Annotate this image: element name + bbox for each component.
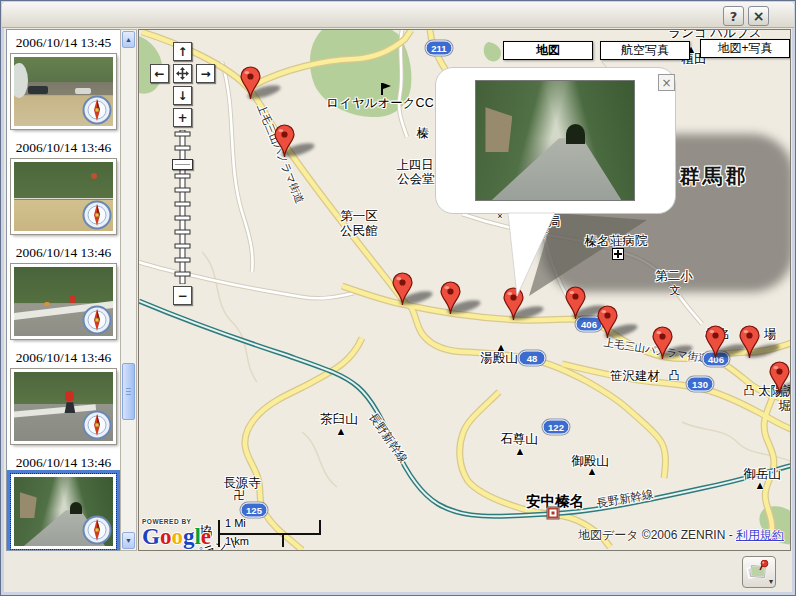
factory-icon: 凸 bbox=[744, 385, 755, 396]
photo-timestamp: 2006/10/14 13:45 bbox=[7, 35, 120, 51]
photo-shape bbox=[485, 107, 512, 152]
pan-center-button[interactable] bbox=[173, 64, 192, 83]
map-label: 安中榛名 bbox=[526, 492, 584, 511]
marker-pin-icon bbox=[652, 326, 673, 360]
map-label: 上四日 bbox=[396, 157, 434, 174]
map-label: 御岳山 bbox=[743, 466, 781, 483]
photo-list-item[interactable]: 2006/10/14 13:46 bbox=[7, 350, 120, 444]
compass-icon bbox=[82, 95, 112, 125]
photo-shape bbox=[64, 402, 75, 413]
photo-marker[interactable] bbox=[392, 272, 413, 306]
sidebar-scrollbar[interactable]: ▲ ▼ bbox=[120, 29, 137, 551]
map-label: ロイヤルオークCC bbox=[326, 95, 433, 112]
marker-pin-icon bbox=[503, 287, 524, 321]
photo-thumbnail[interactable] bbox=[11, 264, 116, 339]
copyright-text: 地図データ ©2006 ZENRIN - bbox=[578, 528, 736, 542]
route-badge: 211 bbox=[426, 41, 453, 56]
map-label: 榛 bbox=[417, 125, 430, 142]
google-logo-letter: g bbox=[183, 524, 195, 549]
station-dot-icon bbox=[548, 508, 559, 519]
help-button[interactable]: ? bbox=[723, 6, 744, 26]
map-canvas[interactable]: ランコ ハルプス植田ロイヤルオークCC榛上四日公会堂第一区公民館室田局榛名荘病院… bbox=[138, 29, 791, 551]
photo-list-item[interactable]: 2006/10/14 13:46 bbox=[7, 245, 120, 339]
photo-marker[interactable] bbox=[440, 281, 461, 315]
titlebar[interactable]: ? × bbox=[2, 2, 794, 28]
marker-pin-icon bbox=[240, 66, 261, 100]
pan-up-button[interactable]: ↑ bbox=[173, 42, 192, 61]
photo-shape bbox=[70, 502, 82, 514]
route-badge: 122 bbox=[543, 420, 570, 435]
map-label: 場 bbox=[764, 326, 777, 343]
marker-pin-icon bbox=[392, 272, 413, 306]
photo-marker[interactable] bbox=[240, 66, 261, 100]
photo-marker[interactable] bbox=[565, 286, 586, 320]
google-logo-letter: o bbox=[171, 524, 183, 549]
photo-list-item[interactable]: 2006/10/14 13:45 bbox=[7, 35, 120, 129]
map-label: 茶臼山 bbox=[320, 411, 358, 428]
pan-left-button[interactable]: ← bbox=[150, 64, 169, 83]
map-scale-bar: 1 Mi 1 km bbox=[216, 518, 326, 550]
photo-thumbnail[interactable] bbox=[11, 159, 116, 234]
google-logo-letter: e bbox=[201, 524, 211, 549]
compass-icon bbox=[82, 305, 112, 335]
photo-marker[interactable] bbox=[652, 326, 673, 360]
zoom-out-button[interactable]: − bbox=[173, 286, 192, 305]
map-type-button-3[interactable]: 地図+写真 bbox=[700, 39, 790, 58]
photo-marker[interactable] bbox=[739, 325, 760, 359]
map-label: 堀口 bbox=[779, 398, 792, 415]
photo-marker[interactable] bbox=[597, 305, 618, 339]
photo-marker[interactable] bbox=[705, 325, 726, 359]
pan-right-button[interactable]: → bbox=[196, 64, 215, 83]
photo-shape bbox=[91, 173, 97, 179]
golf-icon bbox=[381, 83, 383, 95]
photo-timestamp: 2006/10/14 13:46 bbox=[7, 140, 120, 156]
photo-preview bbox=[475, 80, 635, 201]
map-type-button-2[interactable]: 航空写真 bbox=[600, 41, 690, 60]
map-type-button-1[interactable]: 地図 bbox=[503, 41, 593, 60]
photo-list-item[interactable]: 2006/10/14 13:46 bbox=[7, 455, 120, 549]
compass-icon bbox=[82, 515, 112, 545]
zoom-slider-track[interactable] bbox=[173, 130, 192, 284]
photo-shape bbox=[566, 124, 585, 144]
map-label: 笹沢建材 bbox=[610, 368, 660, 385]
info-window-close-icon[interactable]: × bbox=[658, 74, 675, 91]
mountain-icon: ▲ bbox=[755, 480, 766, 491]
scrollbar-thumb[interactable] bbox=[122, 363, 135, 420]
map-attribution: 地図データ ©2006 ZENRIN - 利用規約 bbox=[578, 527, 784, 544]
close-button[interactable]: × bbox=[748, 6, 769, 26]
photo-shape bbox=[20, 492, 37, 518]
terms-link[interactable]: 利用規約 bbox=[736, 528, 784, 542]
photo-shape bbox=[492, 138, 622, 200]
zoom-slider-handle[interactable] bbox=[172, 159, 193, 170]
map-label: 長野新幹線 bbox=[365, 410, 410, 466]
map-label: 長野新幹線 bbox=[595, 487, 654, 512]
map-label: 第一区 bbox=[340, 208, 378, 225]
dropdown-arrow-icon: ▾ bbox=[769, 577, 773, 586]
photo-list-item[interactable]: 2006/10/14 13:46 bbox=[7, 140, 120, 234]
map-label: 公民館 bbox=[340, 223, 378, 240]
photo-shape bbox=[69, 296, 76, 303]
marker-pin-icon bbox=[705, 325, 726, 359]
photo-marker[interactable] bbox=[274, 124, 295, 158]
scroll-down-button[interactable]: ▼ bbox=[122, 532, 135, 549]
google-logo: POWERED BY Google bbox=[142, 518, 211, 549]
pan-down-button[interactable]: ↓ bbox=[173, 86, 192, 105]
marker-pin-icon bbox=[769, 361, 790, 395]
zoom-in-button[interactable]: + bbox=[173, 108, 192, 127]
map-label: 長源寺 bbox=[223, 475, 261, 492]
map-label: 湯殿山 bbox=[480, 350, 518, 367]
route-badge: 130 bbox=[687, 377, 714, 392]
temple-icon: 卍 bbox=[234, 490, 245, 501]
photo-marker[interactable] bbox=[503, 287, 524, 321]
scale-miles-label: 1 Mi bbox=[225, 517, 246, 529]
scroll-up-button[interactable]: ▲ bbox=[122, 31, 135, 48]
google-logo-letter: G bbox=[142, 524, 160, 549]
photo-thumbnail[interactable] bbox=[11, 369, 116, 444]
photo-thumbnail[interactable] bbox=[11, 54, 116, 129]
photo-pin-tool-button[interactable]: ▾ bbox=[742, 556, 776, 588]
photo-map-window: ? × 2006/10/14 13:45 2006/10/14 13:46 bbox=[0, 0, 796, 596]
photo-thumbnail[interactable] bbox=[11, 474, 116, 549]
compass-icon bbox=[82, 200, 112, 230]
mountain-icon: ▲ bbox=[515, 446, 526, 457]
photo-marker[interactable] bbox=[769, 361, 790, 395]
